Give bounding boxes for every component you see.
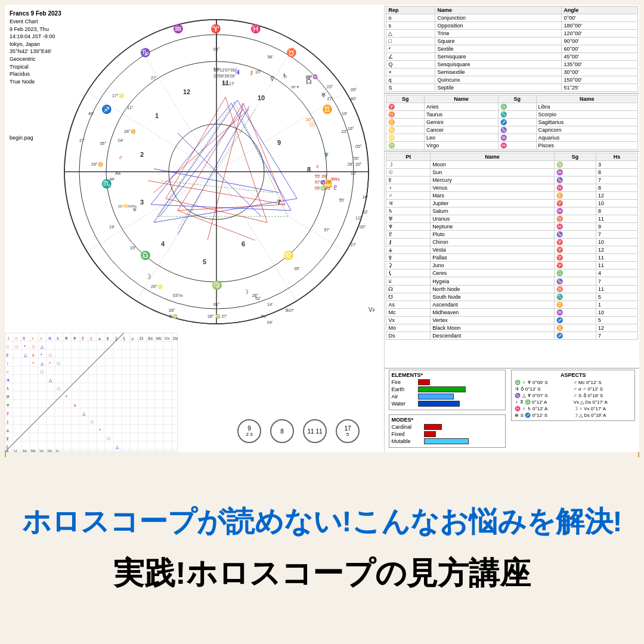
chart-system3: Placidus [10,70,61,78]
svg-text:☉: ☉ [6,345,10,349]
svg-text:☿: ☿ [6,353,8,357]
svg-text:⚴: ⚴ [106,336,109,340]
number-circle-2: 8 [270,419,294,443]
svg-text:♓: ♓ [250,24,261,34]
svg-text:♄: ♄ [56,336,60,340]
svg-text:♇: ♇ [6,411,10,416]
svg-text:40': 40' [88,112,94,116]
svg-text:11°: 11° [355,216,362,220]
svg-text:⚶: ⚶ [6,428,10,432]
svg-text:♂: ♂ [39,336,42,340]
svg-text:Vx: Vx [165,336,170,340]
svg-text:⚷: ⚷ [89,336,92,340]
japanese-title-2: 実践!ホロスコープの見方講座 [113,553,530,595]
svg-text:♊: ♊ [322,104,333,114]
chart-system1: Geocentric [10,55,61,63]
right-panel: Rep Name Angle oConjunction0°00'sOpposit… [384,5,639,452]
top-section: Francs 9 Feb 2023 Event Chart 9 Feb 2023… [5,5,639,452]
planets-table: Pt Name Sg Hs ☽Moon♍3☉Sun♒8☿Mercury♑7♀Ve… [385,151,639,369]
svg-text:☽: ☽ [243,289,249,295]
svg-text:29°♊: 29°♊ [91,162,103,167]
svg-text:06°: 06° [213,302,220,306]
svg-text:♆: ♆ [6,403,10,407]
svg-text:ψ: ψ [6,449,8,452]
svg-text:♉: ♉ [286,48,297,58]
svg-text:03°m: 03°m [173,293,183,298]
svg-text:28°♊: 28°♊ [124,129,136,134]
svg-text:52': 52' [255,296,261,301]
svg-text:Rx: Rx [261,314,267,318]
svg-text:Ds: Ds [173,336,178,340]
svg-text:Mc: Mc [156,336,162,340]
svg-text:05°: 05° [100,141,107,145]
svg-text:☽: ☽ [6,336,10,340]
svg-text:27': 27' [327,97,332,101]
svg-text:♈: ♈ [210,24,221,34]
bottom-section: ホロスコープが読めない!こんなお悩みを解決! 実践!ホロスコープの見方講座 [5,457,639,639]
svg-text:00°: 00° [360,225,366,229]
svg-text:8: 8 [307,166,311,173]
number-circle-1: 9 2 3 [237,419,261,443]
svg-text:Ic: Ic [56,449,59,452]
svg-text:⚷: ⚷ [249,69,253,76]
chart-info: Francs 9 Feb 2023 Event Chart 9 Feb 2023… [10,10,61,85]
col-name: Name [435,7,562,14]
svg-text:11°: 11° [127,106,134,110]
svg-text:10°♋43'Rx: 10°♋43'Rx [118,204,137,209]
svg-text:⚳: ⚳ [114,336,117,340]
aspects-type-table: Rep Name Angle oConjunction0°00'sOpposit… [385,5,639,94]
svg-text:♄: ♄ [6,386,10,391]
svg-text:☿: ☿ [270,75,274,82]
svg-text:♀: ♀ [31,336,34,340]
svg-text:☉: ☉ [14,336,18,340]
svg-text:2: 2 [6,445,8,449]
aspects-col: ASPECTS ♎ ♀ ♆ 0°00' S♂ Mc 0°12' S♃ ♁ 0°1… [510,369,636,449]
svg-text:05°: 05° [351,88,357,92]
wheel-container: ♈ ♉ ♊ ♋ ♌ ♍ ♎ ♏ ♐ ♑ ♒ [58,14,374,330]
svg-text:17°♌: 17°♌ [112,93,124,98]
chart-time: 14:19:04 JST -9:00 [10,33,61,41]
svg-text:♀: ♀ [315,163,320,170]
number-circle-3: 11 11 [303,419,327,443]
svg-text:19': 19' [342,112,347,116]
svg-text:☉: ☉ [309,120,315,129]
svg-text:♅: ♅ [321,92,326,98]
col-angle: Angle [562,7,638,14]
svg-text:3: 3 [140,199,144,206]
chart-location: tokyo, Japan [10,41,61,48]
svg-text:♅: ♅ [6,395,10,399]
svg-text:☊: ☊ [306,78,312,85]
chart-system4: True Node [10,78,61,86]
svg-text:19': 19' [109,225,114,229]
svg-text:20°: 20° [306,117,312,122]
modes-title: MODES* [391,417,503,423]
svg-text:☽: ☽ [145,273,151,281]
svg-text:27': 27' [79,138,85,143]
svg-text:26': 26' [363,195,368,199]
svg-text:♇: ♇ [81,336,85,340]
svg-text:♎: ♎ [140,250,151,261]
svg-text:50': 50' [354,156,359,160]
aspects-bottom-title: ASPECTS [513,372,633,378]
svg-text:♃: ♃ [48,336,51,340]
svg-text:⚸: ⚸ [123,336,126,340]
svg-text:6: 6 [242,240,245,247]
svg-text:Ds: Ds [48,449,52,452]
svg-text:♃: ♃ [6,378,10,382]
elements-section: ELEMENTS* FireEarthAirWater [389,370,506,410]
svg-text:♄: ♄ [282,72,288,79]
svg-text:Vx: Vx [369,306,374,313]
svg-text:57': 57' [324,228,329,232]
svg-text:s: s [32,353,35,357]
aspects-bottom-section: ASPECTS ♎ ♀ ♆ 0°00' S♂ Mc 0°12' S♃ ♁ 0°1… [511,370,635,421]
svg-text:♀: ♀ [6,361,9,366]
svg-text:28°✦: 28°✦ [291,85,299,89]
svg-text:05': 05' [294,267,299,271]
svg-text:9: 9 [277,139,281,146]
svg-text:28°: 28° [169,308,175,312]
svg-text:40': 40' [351,97,356,101]
chart-title: Francs 9 Feb 2023 [10,10,61,18]
svg-text:23°: 23° [342,129,348,134]
svg-text:ℜ07': ℜ07' [285,308,294,312]
svg-text:*: * [66,395,67,399]
